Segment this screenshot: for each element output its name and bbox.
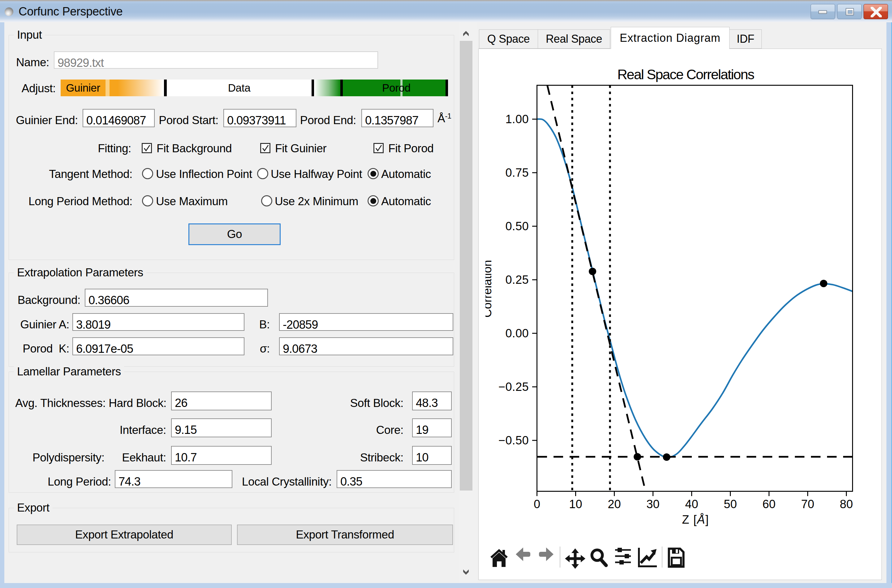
svg-text:−0.50: −0.50 [498, 434, 529, 447]
svg-text:−0.25: −0.25 [498, 380, 529, 393]
svg-text:0.50: 0.50 [505, 220, 529, 233]
svg-text:0.75: 0.75 [505, 166, 529, 179]
svg-text:60: 60 [762, 498, 775, 511]
svg-text:0.00: 0.00 [505, 327, 529, 340]
svg-text:50: 50 [724, 498, 737, 511]
svg-text:40: 40 [685, 498, 698, 511]
svg-text:10: 10 [569, 498, 582, 511]
svg-text:Z [Å]: Z [Å] [682, 513, 709, 526]
svg-text:0: 0 [534, 498, 540, 511]
svg-text:Real Space Correlations: Real Space Correlations [617, 66, 754, 82]
svg-text:0.25: 0.25 [505, 273, 529, 286]
svg-text:20: 20 [608, 498, 621, 511]
svg-text:1.00: 1.00 [505, 112, 529, 126]
svg-text:70: 70 [801, 498, 814, 511]
svg-text:30: 30 [646, 498, 659, 511]
svg-text:80: 80 [840, 498, 853, 511]
